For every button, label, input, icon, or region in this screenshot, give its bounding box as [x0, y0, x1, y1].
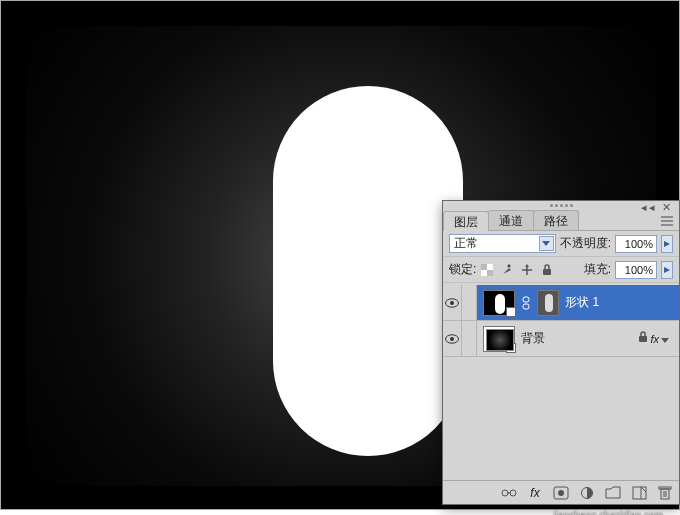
fill-value: 100% [625, 264, 653, 276]
blend-mode-value: 正常 [454, 235, 478, 252]
svg-rect-6 [487, 270, 493, 276]
mask-link-icon[interactable] [521, 296, 531, 310]
svg-marker-18 [661, 338, 669, 343]
panel-menu-icon[interactable] [655, 212, 679, 230]
visibility-toggle[interactable] [443, 321, 462, 356]
panel-collapse-close[interactable]: ◂◂ ✕ [641, 201, 673, 214]
layers-footer: fx [443, 480, 679, 504]
fill-label: 填充: [584, 261, 611, 278]
dropdown-icon [539, 236, 554, 251]
layer-row-shape1[interactable]: 形状 1 [443, 285, 679, 321]
layers-panel: ◂◂ ✕ 图层 通道 路径 正常 不透明度: 100% 锁定: 填充: 100% [442, 200, 680, 505]
link-column [462, 285, 477, 320]
new-layer-icon[interactable] [631, 485, 647, 501]
fill-input[interactable]: 100% [615, 261, 657, 279]
lock-transparency-icon[interactable] [480, 263, 494, 277]
layer-name: 背景 [521, 330, 545, 347]
layer-fx-icon[interactable]: fx [650, 333, 659, 345]
layer-thumbnail [483, 326, 515, 352]
svg-point-16 [450, 337, 454, 341]
vector-mask-thumbnail [537, 290, 559, 316]
layer-row-background[interactable]: 背景 fx [443, 321, 679, 357]
watermark-url: jiaocheng.chazidian.com [553, 510, 663, 515]
layer-mask-icon[interactable] [553, 485, 569, 501]
group-icon[interactable] [605, 485, 621, 501]
link-layers-icon[interactable] [501, 485, 517, 501]
svg-marker-10 [664, 267, 670, 273]
opacity-label: 不透明度: [560, 235, 611, 252]
layer-lock-icon [638, 331, 648, 346]
tab-layers[interactable]: 图层 [443, 211, 489, 231]
tab-channels[interactable]: 通道 [488, 210, 534, 230]
lock-all-icon[interactable] [540, 263, 554, 277]
lock-buttons [480, 263, 554, 277]
fill-slider-toggle[interactable] [661, 261, 673, 279]
svg-marker-4 [664, 241, 670, 247]
blend-mode-select[interactable]: 正常 [449, 234, 556, 253]
delete-layer-icon[interactable] [657, 485, 673, 501]
layers-list: 形状 1 背景 fx [443, 285, 679, 480]
svg-point-12 [450, 301, 454, 305]
layer-name: 形状 1 [565, 294, 599, 311]
svg-rect-13 [523, 297, 529, 302]
lock-label: 锁定: [449, 261, 476, 278]
lock-position-icon[interactable] [520, 263, 534, 277]
layer-style-icon[interactable]: fx [527, 485, 543, 501]
svg-rect-8 [481, 270, 487, 276]
svg-rect-5 [481, 264, 487, 270]
svg-rect-17 [639, 336, 647, 342]
adjustment-layer-icon[interactable] [579, 485, 595, 501]
lock-fill-row: 锁定: 填充: 100% [443, 257, 679, 283]
svg-rect-26 [661, 489, 669, 499]
tab-paths[interactable]: 路径 [533, 210, 579, 230]
link-column [462, 321, 477, 356]
layer-thumbnail [483, 290, 515, 316]
opacity-value: 100% [625, 238, 653, 250]
svg-rect-14 [523, 304, 529, 309]
svg-rect-7 [487, 264, 493, 270]
visibility-toggle[interactable] [443, 285, 462, 320]
svg-rect-25 [633, 487, 646, 499]
svg-rect-27 [659, 487, 671, 489]
opacity-slider-toggle[interactable] [661, 235, 673, 253]
opacity-input[interactable]: 100% [615, 235, 657, 253]
chevron-down-icon[interactable] [661, 332, 669, 346]
capsule-shape [273, 86, 463, 456]
svg-rect-9 [543, 269, 551, 275]
svg-point-23 [558, 490, 564, 496]
svg-marker-3 [542, 241, 550, 246]
blend-opacity-row: 正常 不透明度: 100% [443, 231, 679, 257]
lock-pixels-icon[interactable] [500, 263, 514, 277]
